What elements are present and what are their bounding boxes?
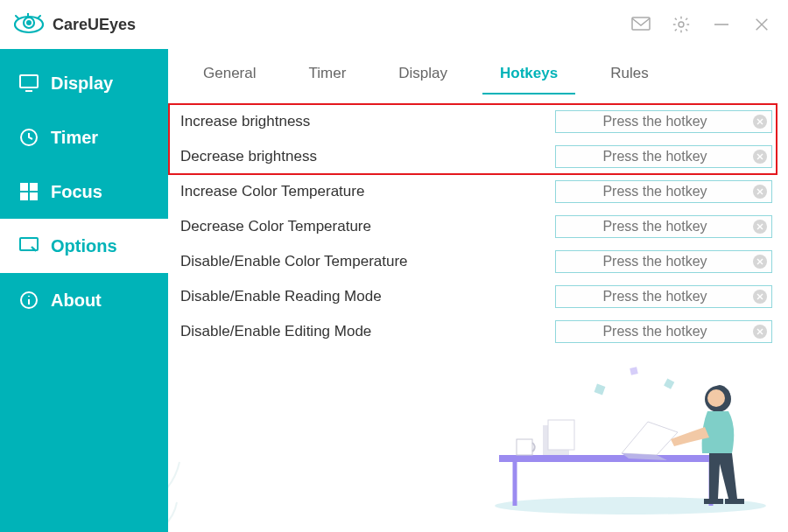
tab-display[interactable]: Display — [397, 60, 449, 91]
hotkey-input[interactable] — [555, 145, 772, 168]
svg-rect-8 — [20, 75, 38, 88]
clear-icon — [756, 188, 763, 195]
hotkey-input[interactable] — [555, 110, 772, 133]
svg-rect-29 — [725, 499, 744, 504]
titlebar-actions — [629, 12, 774, 37]
svg-rect-13 — [20, 192, 28, 200]
minimize-icon — [713, 16, 730, 33]
clear-icon — [756, 258, 763, 265]
svg-rect-28 — [704, 499, 723, 504]
clear-icon — [756, 293, 763, 300]
feedback-button[interactable] — [629, 12, 653, 37]
eye-icon — [14, 13, 44, 36]
hotkey-input[interactable] — [555, 285, 772, 308]
hotkey-label: Disable/Enable Editing Mode — [180, 323, 371, 340]
hotkey-row: Disable/Enable Color Temperature — [180, 250, 772, 273]
svg-point-27 — [707, 389, 725, 407]
mail-icon — [631, 17, 651, 32]
svg-point-2 — [26, 20, 32, 25]
sidebar-item-label: Options — [51, 236, 117, 256]
sidebar-item-options[interactable]: Options — [0, 219, 168, 273]
tab-timer[interactable]: Timer — [306, 60, 348, 91]
hotkey-label: Disable/Enable Color Temperature — [180, 253, 408, 270]
hotkey-label: Disable/Enable Reading Mode — [180, 288, 382, 305]
sidebar-item-label: Display — [51, 74, 113, 94]
clear-icon — [756, 118, 763, 125]
about-icon — [19, 290, 39, 310]
clear-hotkey-button[interactable] — [753, 185, 767, 199]
hotkey-row: Decrease Color Temperature — [180, 215, 772, 238]
hotkey-row: Disable/Enable Editing Mode — [180, 320, 772, 343]
clear-hotkey-button[interactable] — [753, 255, 767, 269]
focus-icon — [19, 182, 39, 201]
hotkey-input[interactable] — [555, 250, 772, 273]
hotkey-row: Increase Color Temperature — [180, 180, 772, 203]
svg-point-19 — [495, 497, 766, 514]
app-logo: CareUEyes — [14, 13, 136, 36]
tab-hotkeys[interactable]: Hotkeys — [498, 60, 559, 91]
sidebar-item-label: Timer — [51, 128, 98, 148]
svg-rect-12 — [30, 183, 38, 191]
illustration — [490, 341, 770, 516]
hotkey-input[interactable] — [555, 180, 772, 203]
sidebar: Display Timer Focus Options About — [0, 49, 168, 532]
svg-rect-3 — [632, 18, 650, 30]
hotkey-label: Decrease Color Temperature — [180, 218, 371, 235]
hotkey-label: Decrease brightness — [180, 148, 317, 165]
sidebar-item-focus[interactable]: Focus — [0, 164, 168, 219]
minimize-button[interactable] — [709, 12, 734, 37]
clear-icon — [756, 153, 763, 160]
hotkey-input[interactable] — [555, 215, 772, 238]
hotkey-rows: Increase brightness Decrease brightness — [168, 110, 788, 343]
options-icon — [19, 236, 39, 256]
svg-rect-23 — [543, 425, 569, 455]
close-button[interactable] — [749, 12, 774, 37]
gear-icon — [672, 15, 691, 34]
svg-rect-15 — [20, 238, 38, 250]
svg-point-4 — [679, 22, 684, 27]
clear-icon — [756, 223, 763, 230]
hotkey-row: Decrease brightness — [180, 145, 772, 168]
hotkey-label: Increase Color Temperature — [180, 183, 364, 200]
tab-rules[interactable]: Rules — [609, 60, 650, 91]
app-name: CareUEyes — [53, 16, 136, 34]
svg-rect-32 — [664, 379, 674, 389]
sidebar-item-label: About — [51, 290, 102, 311]
tabs: General Timer Display Hotkeys Rules — [168, 49, 788, 102]
titlebar: CareUEyes — [0, 0, 788, 49]
settings-button[interactable] — [669, 12, 693, 37]
close-icon — [754, 17, 770, 32]
clear-hotkey-button[interactable] — [753, 220, 767, 234]
svg-rect-25 — [517, 439, 532, 455]
hotkey-label: Increase brightness — [180, 113, 310, 130]
svg-rect-14 — [30, 192, 38, 200]
timer-icon — [19, 128, 39, 147]
svg-point-26 — [705, 386, 731, 412]
sidebar-item-timer[interactable]: Timer — [0, 110, 168, 164]
clear-icon — [756, 328, 763, 335]
svg-rect-31 — [630, 367, 637, 374]
display-icon — [19, 74, 39, 93]
svg-rect-24 — [548, 420, 574, 450]
svg-rect-11 — [20, 183, 28, 191]
clear-hotkey-button[interactable] — [753, 150, 767, 164]
hotkey-row: Increase brightness — [180, 110, 772, 133]
svg-rect-30 — [595, 384, 606, 396]
clear-hotkey-button[interactable] — [753, 290, 767, 304]
svg-rect-20 — [499, 455, 727, 462]
hotkey-row: Disable/Enable Reading Mode — [180, 285, 772, 308]
sidebar-item-about[interactable]: About — [0, 273, 168, 327]
content: General Timer Display Hotkeys Rules Incr… — [168, 49, 788, 532]
clear-hotkey-button[interactable] — [753, 115, 767, 129]
tab-general[interactable]: General — [201, 60, 257, 91]
sidebar-item-label: Focus — [51, 182, 102, 202]
sidebar-item-display[interactable]: Display — [0, 56, 168, 110]
hotkey-input[interactable] — [555, 320, 772, 343]
clear-hotkey-button[interactable] — [753, 325, 767, 339]
